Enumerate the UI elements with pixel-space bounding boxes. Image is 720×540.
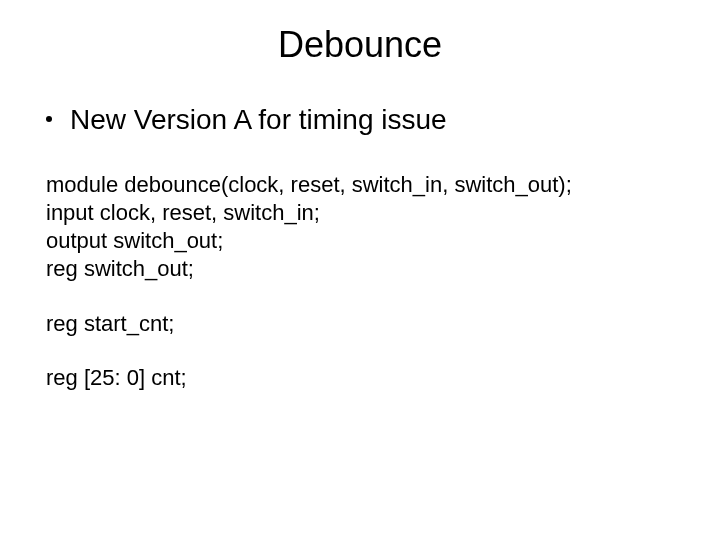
code-line: reg switch_out; [46,255,682,283]
spacer [46,284,682,310]
bullet-text: New Version A for timing issue [70,102,447,137]
code-line: reg start_cnt; [46,310,682,338]
bullet-dot-icon [46,116,52,122]
code-line: output switch_out; [46,227,682,255]
slide-title: Debounce [38,24,682,66]
slide: Debounce New Version A for timing issue … [0,0,720,540]
code-line: module debounce(clock, reset, switch_in,… [46,171,682,199]
bullet-item: New Version A for timing issue [46,102,682,137]
code-line: reg [25: 0] cnt; [46,364,682,392]
bullet-list: New Version A for timing issue [46,102,682,137]
code-block-main: module debounce(clock, reset, switch_in,… [46,171,682,392]
code-line: input clock, reset, switch_in; [46,199,682,227]
spacer [46,338,682,364]
